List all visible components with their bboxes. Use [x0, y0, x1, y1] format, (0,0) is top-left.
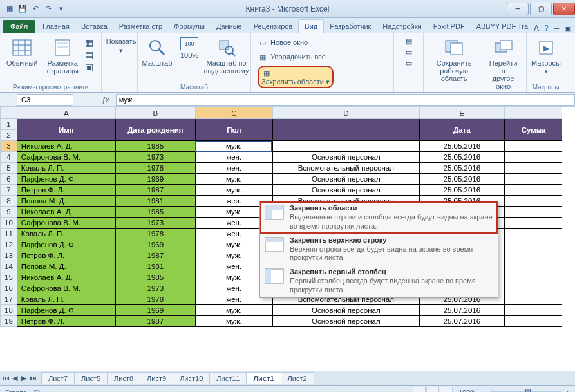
cell-year[interactable]: 1973: [115, 218, 195, 229]
cell-gender[interactable]: муж.: [195, 141, 272, 152]
cell[interactable]: [504, 185, 562, 196]
dropdown-freeze-panes[interactable]: Закрепить области Выделенные строки и ст…: [260, 201, 498, 234]
cell-date[interactable]: 25.05.2016: [419, 141, 504, 152]
cell-year[interactable]: 1973: [115, 152, 195, 163]
cell-name[interactable]: Петров Ф. Л.: [17, 250, 115, 261]
dropdown-freeze-first-col[interactable]: Закрепить первый столбец Первый столбец …: [260, 265, 498, 297]
cell-gender[interactable]: муж.: [195, 305, 272, 316]
row-header[interactable]: 2: [1, 130, 17, 141]
row-header[interactable]: 13: [1, 250, 17, 261]
tab-Foxit PDF[interactable]: Foxit PDF: [428, 20, 471, 33]
freeze-panes-button[interactable]: ▦ Закрепить области ▾: [255, 64, 336, 89]
cell-year[interactable]: 1985: [115, 207, 195, 218]
undo-icon[interactable]: ↶: [30, 3, 41, 15]
cell[interactable]: [504, 196, 562, 207]
cell-year[interactable]: 1981: [115, 196, 195, 207]
zoom-100-button[interactable]: 100 100%: [176, 35, 202, 62]
sheet-tab-Лист10[interactable]: Лист10: [173, 372, 210, 384]
row-header[interactable]: 9: [1, 207, 17, 218]
cell-year[interactable]: 1969: [115, 305, 195, 316]
tab-Главная[interactable]: Главная: [37, 20, 75, 33]
view-normal-button[interactable]: Обычный: [4, 35, 41, 70]
redo-icon[interactable]: ↷: [42, 3, 54, 15]
cell[interactable]: [504, 316, 562, 327]
col-header-A[interactable]: A: [17, 107, 115, 119]
cell[interactable]: [504, 239, 562, 250]
cell-date[interactable]: 25.05.2016: [419, 185, 504, 196]
cell-date[interactable]: 25.05.2016: [419, 163, 504, 174]
macro-record-icon[interactable]: ▢: [33, 388, 40, 392]
cell-staff[interactable]: [272, 141, 419, 152]
cell[interactable]: [504, 174, 562, 185]
cell-staff[interactable]: Основной персонал: [272, 174, 419, 185]
row-header[interactable]: 1: [1, 119, 17, 130]
cell[interactable]: [504, 218, 562, 229]
cell[interactable]: [504, 250, 562, 261]
sheet-nav-arrows[interactable]: ⏮◀▶⏭: [1, 374, 37, 382]
row-header[interactable]: 19: [1, 316, 17, 327]
cell-name[interactable]: Попова М. Д.: [17, 261, 115, 272]
cell-date[interactable]: 25.05.2016: [419, 152, 504, 163]
fx-icon[interactable]: ƒx: [73, 96, 116, 104]
cell-name[interactable]: Коваль Л. П.: [17, 294, 115, 305]
sheet-tab-Лист5[interactable]: Лист5: [74, 372, 108, 384]
col-header-B[interactable]: B: [115, 107, 195, 119]
cell[interactable]: [504, 294, 562, 305]
cell-year[interactable]: 1978: [115, 294, 195, 305]
col-header-E[interactable]: E: [419, 107, 504, 119]
cell-staff[interactable]: Основной персонал: [272, 152, 419, 163]
cell-year[interactable]: 1985: [115, 141, 195, 152]
fullscreen-icon[interactable]: ▣: [85, 62, 93, 72]
minimize-button[interactable]: ─: [507, 3, 529, 15]
row-header[interactable]: 16: [1, 283, 17, 294]
minimize-ribbon-icon[interactable]: ᐱ: [534, 24, 539, 33]
zoom-level[interactable]: 100%: [458, 389, 476, 393]
cell-year[interactable]: 1978: [115, 163, 195, 174]
pagebreak-icon[interactable]: ▦: [85, 37, 93, 48]
tab-Вид[interactable]: Вид: [298, 19, 324, 33]
cell-year[interactable]: 1987: [115, 250, 195, 261]
cell[interactable]: [504, 261, 562, 272]
formula-input[interactable]: муж.: [116, 94, 575, 106]
cell-date[interactable]: 25.07.2016: [419, 316, 504, 327]
cell-gender[interactable]: жен.: [195, 152, 272, 163]
tab-Разметка стр[interactable]: Разметка стр: [113, 20, 168, 33]
custom-views-icon[interactable]: ▤: [85, 50, 93, 60]
cell[interactable]: [504, 163, 562, 174]
row-header[interactable]: 10: [1, 218, 17, 229]
row-header[interactable]: 15: [1, 272, 17, 283]
row-header[interactable]: 6: [1, 174, 17, 185]
split-icon[interactable]: ▤: [406, 37, 412, 46]
sheet-tab-Лист2[interactable]: Лист2: [281, 372, 314, 384]
cell[interactable]: [504, 207, 562, 218]
save-workspace-button[interactable]: Сохранить рабочую область: [428, 35, 480, 85]
cell-year[interactable]: 1985: [115, 272, 195, 283]
cell-date[interactable]: 25.07.2016: [419, 305, 504, 316]
tab-Вставка[interactable]: Вставка: [75, 20, 113, 33]
qat-more-icon[interactable]: ▾: [55, 3, 67, 15]
zoom-in-button[interactable]: +: [566, 389, 570, 393]
sheet-tab-Лист1[interactable]: Лист1: [246, 372, 281, 384]
cell[interactable]: [504, 272, 562, 283]
cell-gender[interactable]: муж.: [195, 185, 272, 196]
cell-gender[interactable]: жен.: [195, 163, 272, 174]
view-pagelayout-button[interactable]: Разметка страницы: [44, 35, 81, 77]
select-all-corner[interactable]: [1, 107, 17, 119]
cell-name[interactable]: Сафронова В. М.: [17, 218, 115, 229]
cell-name[interactable]: Парфенов Д. Ф.: [17, 305, 115, 316]
row-header[interactable]: 12: [1, 239, 17, 250]
sheet-tab-Лист11[interactable]: Лист11: [209, 372, 247, 384]
dropdown-freeze-top-row[interactable]: Закрепить верхнюю строку Верхняя строка …: [260, 234, 498, 266]
cell-name[interactable]: Попова М. Д.: [17, 196, 115, 207]
tab-Надстройки[interactable]: Надстройки: [377, 20, 427, 33]
macros-button[interactable]: ▶ Макросы ▾: [531, 35, 561, 77]
cell-year[interactable]: 1981: [115, 261, 195, 272]
cell-name[interactable]: Николаев А. Д.: [17, 207, 115, 218]
show-button[interactable]: Показать ▾: [106, 35, 137, 57]
switch-windows-button[interactable]: Перейти в другое окно: [484, 35, 522, 93]
cell-staff[interactable]: Вспомогательный персонал: [272, 163, 419, 174]
sheet-tab-Лист8[interactable]: Лист8: [107, 372, 140, 384]
cell[interactable]: [504, 229, 562, 239]
mdi-restore-icon[interactable]: ▣: [564, 24, 571, 33]
view-shortcuts[interactable]: [413, 387, 453, 393]
